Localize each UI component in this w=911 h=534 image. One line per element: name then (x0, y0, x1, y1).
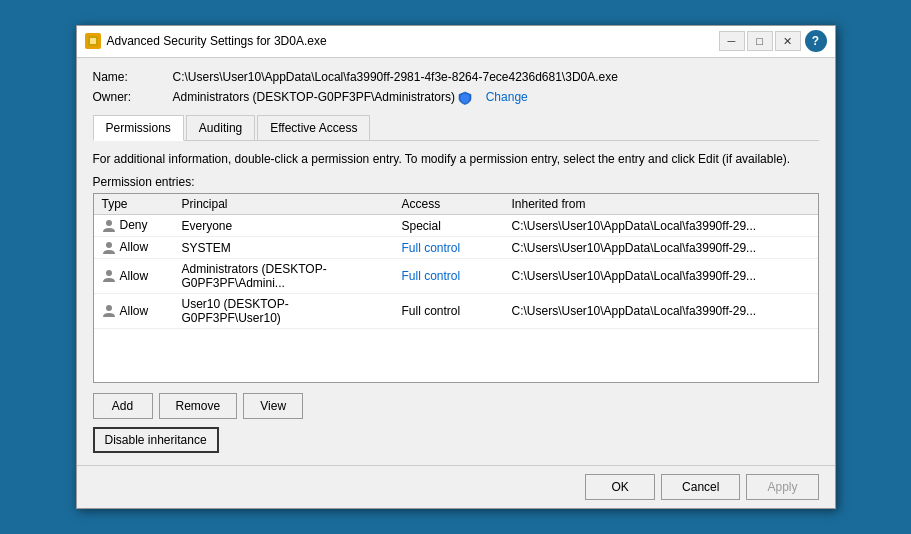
col-type: Type (94, 194, 174, 215)
tab-effective-access[interactable]: Effective Access (257, 115, 370, 140)
cancel-button[interactable]: Cancel (661, 474, 740, 500)
table-row[interactable]: AllowAdministrators (DESKTOP-G0PF3PF\Adm… (94, 258, 818, 293)
cell-type: Allow (94, 293, 174, 328)
tabs-container: Permissions Auditing Effective Access (93, 115, 819, 141)
ok-button[interactable]: OK (585, 474, 655, 500)
col-access: Access (394, 194, 504, 215)
title-bar: Advanced Security Settings for 3D0A.exe … (77, 26, 835, 58)
cell-principal: Everyone (174, 215, 394, 237)
cell-inherited: C:\Users\User10\AppData\Local\fa3990ff-2… (504, 215, 818, 237)
description-text: For additional information, double-click… (93, 151, 819, 168)
title-icon (85, 33, 101, 49)
cell-inherited: C:\Users\User10\AppData\Local\fa3990ff-2… (504, 237, 818, 259)
cell-type: Allow (94, 237, 174, 259)
owner-label: Owner: (93, 90, 173, 104)
help-button[interactable]: ? (805, 30, 827, 52)
table-row[interactable]: AllowSYSTEMFull controlC:\Users\User10\A… (94, 237, 818, 259)
svg-rect-1 (90, 38, 96, 44)
dialog-title: Advanced Security Settings for 3D0A.exe (107, 34, 327, 48)
permission-table: Type Principal Access Inherited from Den… (93, 193, 819, 383)
cell-principal: User10 (DESKTOP-G0PF3PF\User10) (174, 293, 394, 328)
disable-inheritance-button[interactable]: Disable inheritance (93, 427, 219, 453)
svg-point-5 (106, 305, 112, 311)
maximize-button[interactable]: □ (747, 31, 773, 51)
add-button[interactable]: Add (93, 393, 153, 419)
cell-principal: Administrators (DESKTOP-G0PF3PF\Admini..… (174, 258, 394, 293)
permission-entries-label: Permission entries: (93, 175, 819, 189)
minimize-button[interactable]: ─ (719, 31, 745, 51)
tab-auditing[interactable]: Auditing (186, 115, 255, 140)
dialog-footer: OK Cancel Apply (77, 465, 835, 508)
svg-point-4 (106, 270, 112, 276)
cell-access: Full control (394, 237, 504, 259)
cell-principal: SYSTEM (174, 237, 394, 259)
cell-access: Full control (394, 258, 504, 293)
name-value: C:\Users\User10\AppData\Local\fa3990ff-2… (173, 70, 819, 84)
close-button[interactable]: ✕ (775, 31, 801, 51)
owner-value: Administrators (DESKTOP-G0PF3PF\Administ… (173, 90, 819, 105)
name-label: Name: (93, 70, 173, 84)
tab-permissions[interactable]: Permissions (93, 115, 184, 141)
svg-point-2 (106, 220, 112, 226)
change-link[interactable]: Change (486, 90, 528, 104)
cell-inherited: C:\Users\User10\AppData\Local\fa3990ff-2… (504, 293, 818, 328)
cell-inherited: C:\Users\User10\AppData\Local\fa3990ff-2… (504, 258, 818, 293)
remove-button[interactable]: Remove (159, 393, 238, 419)
apply-button[interactable]: Apply (746, 474, 818, 500)
cell-type: Deny (94, 215, 174, 237)
table-row[interactable]: AllowUser10 (DESKTOP-G0PF3PF\User10)Full… (94, 293, 818, 328)
cell-access: Full control (394, 293, 504, 328)
shield-icon (458, 91, 472, 105)
col-principal: Principal (174, 194, 394, 215)
view-button[interactable]: View (243, 393, 303, 419)
cell-type: Allow (94, 258, 174, 293)
cell-access: Special (394, 215, 504, 237)
col-inherited: Inherited from (504, 194, 818, 215)
svg-point-3 (106, 242, 112, 248)
table-row[interactable]: DenyEveryoneSpecialC:\Users\User10\AppDa… (94, 215, 818, 237)
